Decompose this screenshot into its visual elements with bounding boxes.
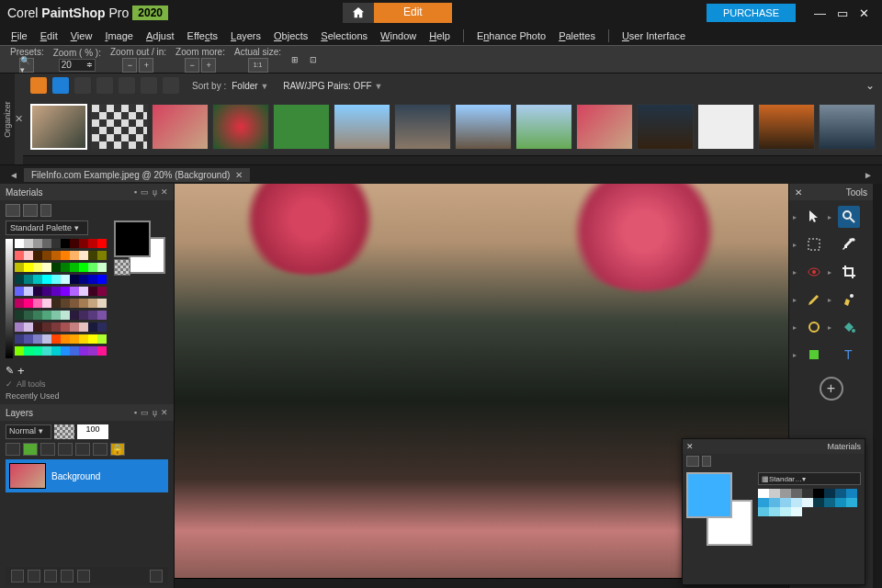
foreground-swatch[interactable] (114, 220, 151, 257)
edit-tab[interactable]: Edit (374, 3, 452, 23)
color-swatch[interactable] (758, 507, 769, 516)
float-color-palette[interactable] (758, 489, 861, 516)
materials-mode-2[interactable] (23, 204, 38, 217)
color-swatch[interactable] (42, 251, 51, 260)
float-mode-2[interactable] (702, 456, 711, 467)
actual-size-button[interactable]: 1:1 (248, 58, 268, 73)
color-swatch[interactable] (79, 239, 88, 248)
color-swatch[interactable] (24, 263, 33, 272)
view-list-button[interactable] (52, 77, 69, 94)
color-swatch[interactable] (33, 263, 42, 272)
color-swatch[interactable] (97, 287, 107, 296)
panel-close-icon[interactable]: ✕ (161, 187, 168, 197)
pointer-tool[interactable] (803, 206, 825, 228)
color-swatch[interactable] (79, 275, 88, 284)
color-swatch[interactable] (97, 322, 107, 332)
color-swatch[interactable] (791, 489, 802, 498)
color-swatch[interactable] (758, 489, 769, 498)
color-swatch[interactable] (33, 275, 42, 284)
color-swatch[interactable] (33, 239, 42, 248)
zoom-in-button[interactable]: + (139, 58, 153, 73)
color-swatch[interactable] (79, 334, 88, 344)
panel-menu-icon[interactable]: ▪ (134, 408, 137, 417)
float-fg-bg-swatches[interactable] (686, 472, 752, 546)
thumbnail[interactable] (30, 104, 87, 150)
color-swatch[interactable] (15, 239, 24, 248)
color-swatch[interactable] (97, 346, 107, 356)
color-swatch[interactable] (97, 251, 107, 260)
tools-panel-header[interactable]: ✕ Tools (789, 184, 873, 200)
thumbnail[interactable] (91, 104, 148, 150)
materials-mode-3[interactable] (40, 204, 51, 217)
close-button[interactable]: ✕ (854, 6, 875, 20)
thumbnail[interactable] (334, 104, 390, 150)
value-strip[interactable] (6, 239, 13, 358)
color-swatch[interactable] (33, 251, 42, 260)
purchase-button[interactable]: PURCHASE (707, 4, 796, 22)
thumbnail[interactable] (212, 104, 269, 150)
thumbnail[interactable] (152, 104, 209, 150)
color-swatch[interactable] (88, 346, 97, 356)
color-swatch[interactable] (33, 287, 42, 296)
color-swatch[interactable] (15, 299, 24, 308)
raw-jpg-dropdown[interactable]: RAW/JPG Pairs: OFF ▼ (283, 81, 382, 91)
thumbnail[interactable] (394, 104, 451, 150)
color-swatch[interactable] (61, 299, 70, 308)
color-swatch[interactable] (791, 498, 802, 507)
menu-view[interactable]: View (71, 30, 93, 41)
color-swatch[interactable] (24, 251, 33, 260)
color-swatch[interactable] (79, 263, 88, 272)
color-swatch[interactable] (97, 263, 107, 272)
tab-nav-right[interactable]: ► (858, 170, 878, 180)
color-swatch[interactable] (70, 311, 79, 320)
add-swatch-button[interactable]: + (17, 364, 25, 378)
color-swatch[interactable] (61, 346, 70, 356)
color-swatch[interactable] (51, 334, 61, 344)
color-swatch[interactable] (70, 299, 79, 308)
float-palette-dropdown[interactable]: ▦ Standar… ▾ (758, 472, 861, 485)
color-swatch[interactable] (88, 263, 97, 272)
organizer-collapse[interactable]: ⌄ (865, 79, 875, 92)
color-swatch[interactable] (42, 287, 51, 296)
color-swatch[interactable] (24, 322, 33, 332)
floating-materials-panel[interactable]: ✕ Materials ▦ Standar… ▾ (682, 438, 865, 585)
layers-btn-3[interactable] (44, 570, 57, 582)
menu-enhance-photo[interactable]: Enhance Photo (477, 30, 546, 41)
layer-thumbnail[interactable] (9, 463, 46, 489)
org-tool-3[interactable] (163, 77, 179, 94)
color-swatch[interactable] (70, 251, 79, 260)
fit-image-button[interactable]: ⊡ (306, 52, 321, 67)
color-swatch[interactable] (33, 346, 42, 356)
color-swatch[interactable] (51, 311, 61, 320)
zoom-tool[interactable] (838, 206, 860, 228)
tab-nav-left[interactable]: ◄ (4, 170, 24, 180)
color-swatch[interactable] (97, 311, 107, 320)
color-swatch[interactable] (835, 498, 846, 507)
color-swatch[interactable] (780, 507, 791, 516)
color-swatch[interactable] (15, 263, 24, 272)
right-scrollbar[interactable] (873, 184, 882, 588)
color-swatch[interactable] (61, 334, 70, 344)
color-swatch[interactable] (97, 275, 107, 284)
color-swatch[interactable] (88, 299, 97, 308)
color-swatch[interactable] (24, 346, 33, 356)
menu-selections[interactable]: Selections (321, 30, 368, 41)
redeye-tool[interactable] (803, 261, 825, 283)
color-swatch[interactable] (813, 498, 824, 507)
all-tools-check[interactable]: ✓ (6, 379, 13, 389)
foreground-background-swatches[interactable] (114, 220, 165, 274)
menu-user-interface[interactable]: User Interface (622, 30, 685, 41)
panel-menu-icon[interactable]: ▪ (134, 187, 137, 197)
color-swatch[interactable] (61, 287, 70, 296)
layer-prev-button[interactable] (75, 443, 90, 456)
org-tool-2[interactable] (96, 77, 113, 94)
menu-objects[interactable]: Objects (274, 30, 308, 41)
layers-btn-5[interactable] (77, 570, 90, 582)
color-swatch[interactable] (51, 239, 61, 248)
color-swatch[interactable] (15, 346, 24, 356)
layers-btn-4[interactable] (61, 570, 74, 582)
color-swatch[interactable] (70, 275, 79, 284)
color-swatch[interactable] (88, 275, 97, 284)
document-tab[interactable]: FileInfo.com Example.jpeg @ 20% (Backgro… (24, 168, 250, 182)
layer-fx-button[interactable] (40, 443, 55, 456)
